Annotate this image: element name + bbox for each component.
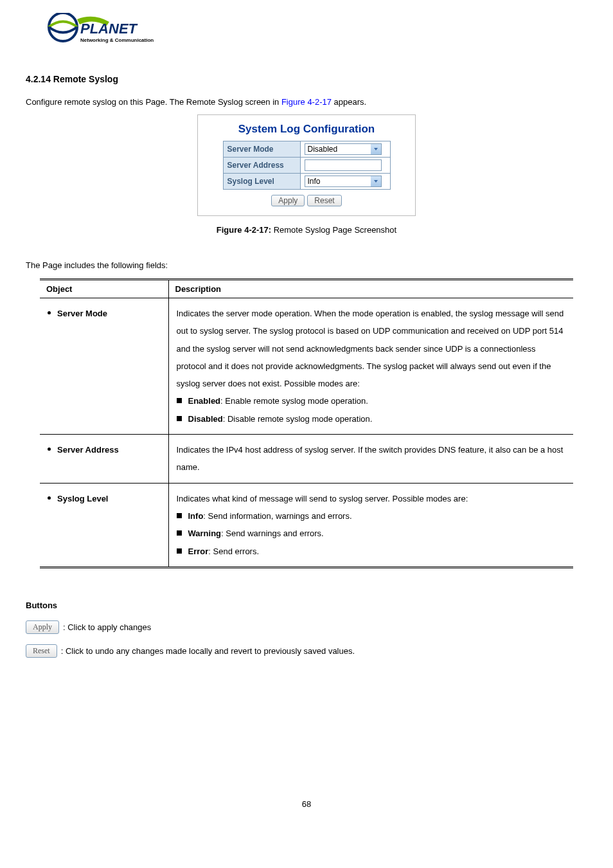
server-mode-label: Server Mode — [223, 141, 300, 158]
logo-brand-text: PLANET — [80, 21, 138, 37]
svg-point-0 — [49, 13, 77, 41]
intro-suffix: appears. — [332, 97, 366, 107]
server-address-input[interactable] — [305, 159, 382, 171]
option-term: Enabled — [188, 396, 221, 406]
syslog-level-label: Syslog Level — [223, 174, 300, 190]
fields-table: Object Description Server ModeIndicates … — [40, 278, 573, 568]
list-item: Enabled: Enable remote syslog mode opera… — [177, 392, 566, 410]
reset-button[interactable]: Reset — [307, 195, 341, 206]
object-description: Indicates the IPv4 host address of syslo… — [177, 441, 566, 476]
reset-button-desc: : Click to undo any changes made locally… — [61, 646, 355, 656]
option-text: : Disable remote syslog mode operation. — [223, 414, 373, 424]
square-bullet-icon — [177, 513, 182, 518]
brand-logo: PLANET Networking & Communication — [26, 13, 587, 74]
syslog-level-select[interactable]: Info — [305, 176, 382, 187]
chevron-down-icon — [371, 144, 381, 154]
bullet-icon — [48, 311, 51, 314]
object-description: Indicates what kind of message will send… — [177, 490, 566, 507]
caption-text: Remote Syslog Page Screenshot — [271, 225, 396, 235]
list-item: Warning: Send warnings and errors. — [177, 525, 566, 542]
object-name: Server Mode — [57, 305, 107, 322]
server-address-label: Server Address — [223, 158, 300, 174]
server-mode-value: Disabled — [308, 145, 338, 154]
object-name: Server Address — [57, 441, 119, 458]
col-description: Description — [168, 280, 573, 298]
syslog-level-value: Info — [308, 177, 321, 186]
object-name: Syslog Level — [57, 490, 108, 507]
intro-prefix: Configure remote syslog on this Page. Th… — [26, 97, 281, 107]
option-text: : Send information, warnings and errors. — [203, 511, 351, 521]
logo-tagline-text: Networking & Communication — [80, 37, 154, 43]
buttons-heading: Buttons — [26, 601, 587, 610]
config-table: Server Mode Disabled Server Address — [223, 141, 391, 190]
list-item: Error: Send errors. — [177, 543, 566, 560]
apply-button-image: Apply — [26, 620, 59, 634]
caption-prefix: Figure 4-2-17: — [217, 225, 271, 235]
figure-caption: Figure 4-2-17: Remote Syslog Page Screen… — [26, 225, 587, 235]
intro-text: Configure remote syslog on this Page. Th… — [26, 97, 587, 107]
list-item: Info: Send information, warnings and err… — [177, 507, 566, 525]
option-term: Error — [188, 547, 209, 556]
fields-intro: The Page includes the following fields: — [26, 260, 587, 270]
apply-button-desc: : Click to apply changes — [63, 622, 151, 632]
option-term: Warning — [188, 529, 222, 538]
square-bullet-icon — [177, 398, 182, 403]
planet-logo-icon: PLANET Networking & Communication — [45, 13, 167, 48]
table-row: Server AddressIndicates the IPv4 host ad… — [40, 435, 573, 484]
screenshot-title: System Log Configuration — [209, 123, 404, 136]
section-heading: 4.2.14 Remote Syslog — [26, 74, 587, 84]
table-row: Syslog LevelIndicates what kind of messa… — [40, 483, 573, 567]
page-number: 68 — [26, 799, 587, 809]
col-object: Object — [40, 280, 168, 298]
apply-button[interactable]: Apply — [271, 195, 305, 206]
option-text: : Send errors. — [208, 547, 259, 556]
object-description: Indicates the server mode operation. Whe… — [177, 305, 566, 392]
square-bullet-icon — [177, 548, 182, 554]
reset-button-image: Reset — [26, 644, 57, 658]
square-bullet-icon — [177, 416, 182, 421]
config-screenshot: System Log Configuration Server Mode Dis… — [197, 114, 416, 216]
table-row: Server ModeIndicates the server mode ope… — [40, 298, 573, 435]
option-term: Info — [188, 511, 204, 521]
bullet-icon — [48, 448, 51, 451]
option-term: Disabled — [188, 414, 223, 424]
server-mode-select[interactable]: Disabled — [305, 143, 382, 155]
list-item: Disabled: Disable remote syslog mode ope… — [177, 410, 566, 428]
option-text: : Enable remote syslog mode operation. — [220, 396, 368, 406]
square-bullet-icon — [177, 530, 182, 536]
option-text: : Send warnings and errors. — [221, 529, 324, 538]
bullet-icon — [48, 496, 51, 500]
chevron-down-icon — [371, 176, 381, 186]
figure-reference-link: Figure 4-2-17 — [281, 97, 332, 107]
